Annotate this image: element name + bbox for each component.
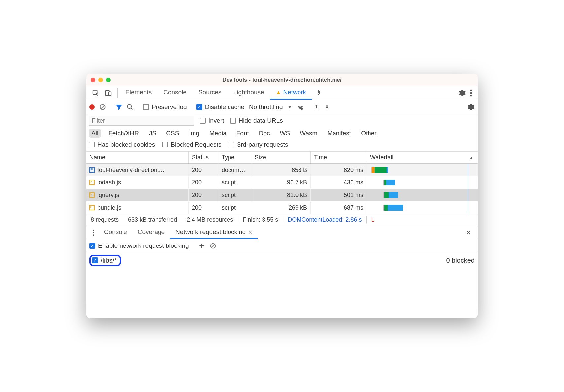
add-pattern-icon[interactable] bbox=[198, 243, 205, 249]
type-pill-doc[interactable]: Doc bbox=[256, 129, 273, 138]
status-finish: Finish: 3.55 s bbox=[238, 216, 283, 223]
inspect-element-icon[interactable] bbox=[92, 89, 99, 97]
enable-blocking-option[interactable]: Enable network request blocking bbox=[89, 242, 189, 249]
column-header-size[interactable]: Size bbox=[251, 152, 311, 163]
preserve-log-checkbox[interactable] bbox=[143, 104, 149, 110]
type-pill-wasm[interactable]: Wasm bbox=[297, 129, 320, 138]
cell-type: docum… bbox=[218, 164, 251, 176]
svg-line-7 bbox=[101, 105, 104, 109]
request-name: lodash.js bbox=[97, 179, 121, 186]
more-tabs-button[interactable] bbox=[312, 86, 326, 100]
close-drawer-icon[interactable]: ✕ bbox=[462, 226, 475, 239]
disable-cache-label: Disable cache bbox=[205, 103, 244, 111]
type-pill-css[interactable]: CSS bbox=[163, 129, 182, 138]
requests-table: NameStatusTypeSizeTimeWaterfall foul-hea… bbox=[86, 152, 478, 214]
disable-cache-checkbox[interactable] bbox=[196, 104, 202, 110]
cell-type: script bbox=[218, 189, 251, 201]
drawer-kebab-icon[interactable] bbox=[89, 226, 99, 239]
type-pill-media[interactable]: Media bbox=[207, 129, 229, 138]
table-row[interactable]: lodash.js200script96.7 kB436 ms bbox=[86, 176, 478, 189]
cell-time: 436 ms bbox=[311, 176, 367, 189]
cell-size: 269 kB bbox=[251, 201, 311, 214]
tab-sources[interactable]: Sources bbox=[193, 86, 228, 100]
third-party-option[interactable]: 3rd-party requests bbox=[229, 141, 288, 148]
drawer-tab-label: Console bbox=[104, 228, 127, 236]
window-title: DevTools - foul-heavenly-direction.glitc… bbox=[86, 77, 478, 83]
column-header-type[interactable]: Type bbox=[218, 152, 251, 163]
column-header-time[interactable]: Time bbox=[311, 152, 367, 163]
svg-point-4 bbox=[470, 92, 472, 94]
network-settings-icon[interactable] bbox=[467, 103, 475, 111]
record-button[interactable] bbox=[89, 104, 95, 110]
svg-rect-2 bbox=[109, 92, 111, 95]
drawer-tab-network-request-blocking[interactable]: Network request blocking× bbox=[170, 226, 258, 239]
third-party-checkbox[interactable] bbox=[229, 142, 234, 147]
upload-har-icon[interactable] bbox=[313, 104, 319, 110]
type-pill-js[interactable]: JS bbox=[146, 129, 159, 138]
chevron-down-icon: ▼ bbox=[287, 104, 292, 110]
cell-time: 501 ms bbox=[311, 189, 367, 201]
type-pill-all[interactable]: All bbox=[89, 129, 101, 138]
status-bar: 8 requests 633 kB transferred 2.4 MB res… bbox=[86, 214, 478, 226]
filter-input[interactable]: Filter bbox=[89, 116, 194, 126]
cell-status: 200 bbox=[189, 189, 218, 201]
table-row[interactable]: foul-heavenly-direction.…200docum…658 B6… bbox=[86, 164, 478, 176]
type-pill-ws[interactable]: WS bbox=[277, 129, 293, 138]
column-header-waterfall[interactable]: Waterfall bbox=[367, 152, 478, 163]
cell-status: 200 bbox=[189, 164, 218, 176]
waterfall-cell bbox=[367, 164, 478, 176]
invert-checkbox[interactable] bbox=[200, 118, 206, 124]
drawer-tab-label: Network request blocking bbox=[175, 228, 246, 236]
type-pill-img[interactable]: Img bbox=[186, 129, 202, 138]
kebab-menu-icon[interactable] bbox=[470, 89, 472, 97]
invert-option[interactable]: Invert bbox=[200, 117, 224, 124]
request-name: foul-heavenly-direction.… bbox=[97, 167, 165, 174]
close-tab-icon[interactable]: × bbox=[248, 228, 252, 236]
svg-point-15 bbox=[93, 234, 94, 236]
waterfall-cell bbox=[367, 176, 478, 189]
blocked-count: 0 blocked bbox=[446, 257, 475, 264]
type-pill-fetch-xhr[interactable]: Fetch/XHR bbox=[106, 129, 142, 138]
column-header-name[interactable]: Name bbox=[86, 152, 189, 163]
filter-icon[interactable] bbox=[116, 104, 122, 110]
table-row[interactable]: jquery.js200script81.0 kB501 ms bbox=[86, 189, 478, 201]
has-blocked-cookies-option[interactable]: Has blocked cookies bbox=[89, 141, 155, 148]
preserve-log-option[interactable]: Preserve log bbox=[143, 103, 187, 111]
blocked-requests-checkbox[interactable] bbox=[162, 142, 168, 147]
column-header-status[interactable]: Status bbox=[189, 152, 218, 163]
tab-console[interactable]: Console bbox=[158, 86, 193, 100]
drawer-tab-coverage[interactable]: Coverage bbox=[132, 226, 170, 239]
remove-all-patterns-icon[interactable] bbox=[210, 243, 216, 249]
network-conditions-icon[interactable] bbox=[297, 103, 304, 111]
disable-cache-option[interactable]: Disable cache bbox=[196, 103, 244, 111]
table-header: NameStatusTypeSizeTimeWaterfall bbox=[86, 152, 478, 164]
svg-rect-11 bbox=[315, 109, 318, 109]
type-pill-other[interactable]: Other bbox=[358, 129, 379, 138]
settings-icon[interactable] bbox=[459, 89, 466, 97]
blocking-pattern-row[interactable]: /libs/* 0 blocked bbox=[86, 252, 478, 268]
tab-network[interactable]: ▲Network bbox=[270, 86, 312, 100]
type-pill-font[interactable]: Font bbox=[234, 129, 252, 138]
tab-elements[interactable]: Elements bbox=[120, 86, 158, 100]
download-har-icon[interactable] bbox=[324, 104, 330, 110]
tab-lighthouse[interactable]: Lighthouse bbox=[228, 86, 270, 100]
blocked-requests-option[interactable]: Blocked Requests bbox=[162, 141, 221, 148]
hide-data-urls-option[interactable]: Hide data URLs bbox=[230, 117, 283, 124]
status-domcontentloaded: DOMContentLoaded: 2.86 s bbox=[283, 216, 367, 223]
pattern-checkbox[interactable] bbox=[92, 257, 98, 263]
has-blocked-cookies-checkbox[interactable] bbox=[89, 142, 95, 147]
device-toggle-icon[interactable] bbox=[105, 89, 112, 97]
blocked-requests-label: Blocked Requests bbox=[171, 141, 221, 148]
drawer-tab-console[interactable]: Console bbox=[99, 226, 132, 239]
search-icon[interactable] bbox=[127, 104, 133, 110]
hide-data-urls-checkbox[interactable] bbox=[230, 118, 236, 124]
throttling-select[interactable]: No throttling ▼ bbox=[249, 103, 292, 111]
enable-blocking-checkbox[interactable] bbox=[89, 243, 95, 249]
svg-point-10 bbox=[301, 108, 303, 110]
type-pill-manifest[interactable]: Manifest bbox=[325, 129, 354, 138]
table-row[interactable]: bundle.js200script269 kB687 ms bbox=[86, 201, 478, 214]
clear-icon[interactable] bbox=[99, 104, 106, 110]
svg-point-5 bbox=[470, 95, 472, 96]
cell-type: script bbox=[218, 176, 251, 189]
throttling-label: No throttling bbox=[249, 103, 283, 111]
